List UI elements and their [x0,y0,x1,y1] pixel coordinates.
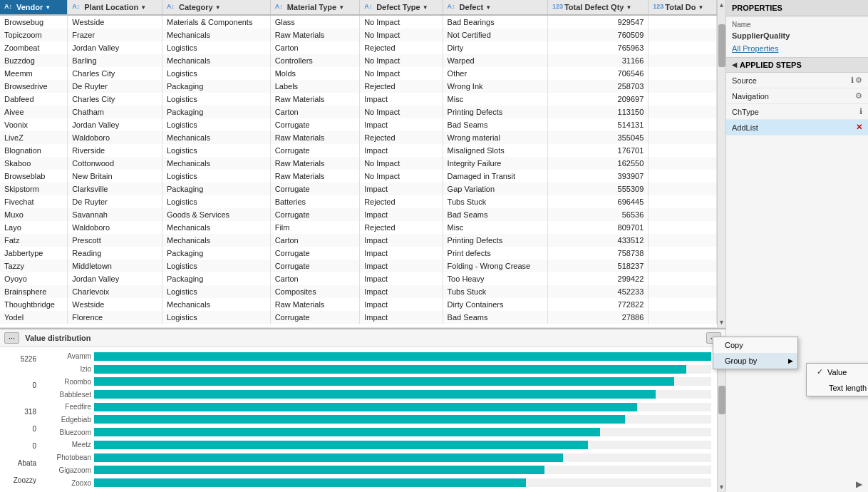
col-header-total-defect-qty[interactable]: 123 Total Defect Qty ▼ [547,0,648,15]
menu-item-group-by[interactable]: Group by ▶ ✓ Value Text length [713,353,797,369]
defect-icon: A↕ [448,3,458,11]
table-wrapper[interactable]: A↕ Vendor ▼ A↕ Plant Location [0,0,717,327]
table-cell [649,29,717,41]
table-row: OyoyoJordan ValleyPackagingCartonImpactT… [0,272,717,285]
panel-expand-icon[interactable]: ▶ [856,479,862,489]
table-cell: Charles City [68,93,162,106]
table-cell: Jordan Valley [68,272,162,285]
bar-track [94,403,711,411]
bottom-header: ··· Value distribution ··· [0,329,725,347]
col-header-defect-type[interactable]: A↕ Defect Type ▼ [360,0,443,15]
bar-name: Avamm [45,352,91,360]
step-settings-icon[interactable]: ⚙ [855,91,862,101]
table-cell: Rejected [360,41,443,54]
step-settings-icon[interactable]: ⚙ [855,76,862,85]
table-cell: Bad Bearings [443,15,547,29]
menu-item-copy[interactable]: Copy [713,337,797,353]
do-type-icon: 123 [653,3,663,11]
properties-header: PROPERTIES [726,0,868,16]
table-cell: Labels [270,80,360,93]
context-menu[interactable]: Copy Group by ▶ ✓ Value Text length [713,337,798,369]
table-cell: Waldoboro [68,131,162,144]
table-cell: Aivee [0,106,68,118]
all-properties-link[interactable]: All Properties [726,43,868,57]
step-icons: ✕ [856,123,862,132]
step-delete-icon[interactable]: ✕ [856,123,862,132]
submenu-item-text-length[interactable]: Text length [807,380,868,396]
step-info-icon[interactable]: ℹ [851,76,854,85]
col-header-category[interactable]: A↕ Category ▼ [162,0,270,15]
table-cell: Tazzy [0,260,68,272]
table-cell: Packaging [162,80,270,93]
data-panel: A↕ Vendor ▼ A↕ Plant Location [0,0,725,492]
step-info-icon[interactable]: ℹ [859,107,862,116]
scroll-down-icon[interactable]: ▼ [717,317,725,327]
table-cell: Logistics [162,285,270,298]
table-cell: No Impact [360,106,443,118]
bar-name: Roombo [45,378,91,386]
col-header-vendor[interactable]: A↕ Vendor ▼ [0,0,68,15]
table-cell [649,221,717,234]
col-header-total-do[interactable]: 123 Total Do ▼ [649,0,717,15]
table-cell: Corrugate [270,144,360,157]
step-item-chtype[interactable]: ChTypeℹ [726,104,868,120]
chart-scroll-down-icon[interactable]: ▼ [717,482,725,492]
table-cell: 31166 [547,54,648,67]
submenu-item-value[interactable]: ✓ Value [807,364,868,380]
scroll-thumb[interactable] [718,24,725,67]
table-cell: Molds [270,67,360,80]
do-dropdown-icon: ▼ [698,4,704,11]
table-scrollbar[interactable]: ▲ ▼ [717,0,725,327]
table-cell: 696445 [547,195,648,208]
bottom-ellipsis-button[interactable]: ··· [4,332,19,344]
table-cell: Dirty [443,41,547,54]
table-cell: Not Certified [443,29,547,41]
table-cell: 113150 [547,106,648,118]
table-cell: Mechanicals [162,131,270,144]
table-cell: 452233 [547,285,648,298]
col-header-material-type[interactable]: A↕ Material Type ▼ [270,0,360,15]
scroll-up-icon[interactable]: ▲ [717,0,725,10]
table-cell: Impact [360,118,443,131]
table-row: SkabooCottonwoodMechanicalsRaw Materials… [0,157,717,170]
table-cell: Raw Materials [270,29,360,41]
table-cell [649,144,717,157]
table-cell: Wrong Ink [443,80,547,93]
table-cell [649,67,717,80]
step-item-source[interactable]: Sourceℹ⚙ [726,73,868,88]
table-cell: Impact [360,234,443,247]
table-cell: 514131 [547,118,648,131]
col-header-plant-location[interactable]: A↕ Plant Location ▼ [68,0,162,15]
table-cell: Glass [270,15,360,29]
table-cell [649,80,717,93]
category-dropdown-icon: ▼ [215,4,221,11]
table-cell: Chatham [68,106,162,118]
table-cell: 433512 [547,234,648,247]
table-row: LiveZWaldoboroMechanicalsRaw MaterialsRe… [0,131,717,144]
table-cell [649,285,717,298]
group-by-submenu[interactable]: ✓ Value Text length [806,363,868,396]
data-table: A↕ Vendor ▼ A↕ Plant Location [0,0,717,324]
step-item-navigation[interactable]: Navigation⚙ [726,88,868,104]
table-row: YodelFlorenceLogisticsCorrugateImpactBad… [0,311,717,324]
table-cell: Layo [0,221,68,234]
col-header-defect[interactable]: A↕ Defect ▼ [443,0,547,15]
table-cell: 772822 [547,298,648,311]
bar-track [94,441,711,449]
properties-panel: PROPERTIES Name SupplierQuality All Prop… [725,0,868,492]
table-cell: Fatz [0,234,68,247]
table-cell: Batteries [270,195,360,208]
table-cell: Charles City [68,67,162,80]
bar-fill [94,428,600,436]
step-item-addlist[interactable]: AddList✕ [726,120,868,135]
table-cell [649,15,717,29]
name-value: SupplierQuality [726,30,868,43]
table-cell [649,170,717,183]
table-cell: Impact [360,311,443,324]
table-cell: Fivechat [0,195,68,208]
col-label-category: Category [179,3,213,11]
table-cell: Logistics [162,260,270,272]
table-row: BuzzdogBarlingMechanicalsControllersNo I… [0,54,717,67]
chart-scroll-thumb[interactable] [718,386,725,414]
y-label-6: 0 [4,425,36,433]
